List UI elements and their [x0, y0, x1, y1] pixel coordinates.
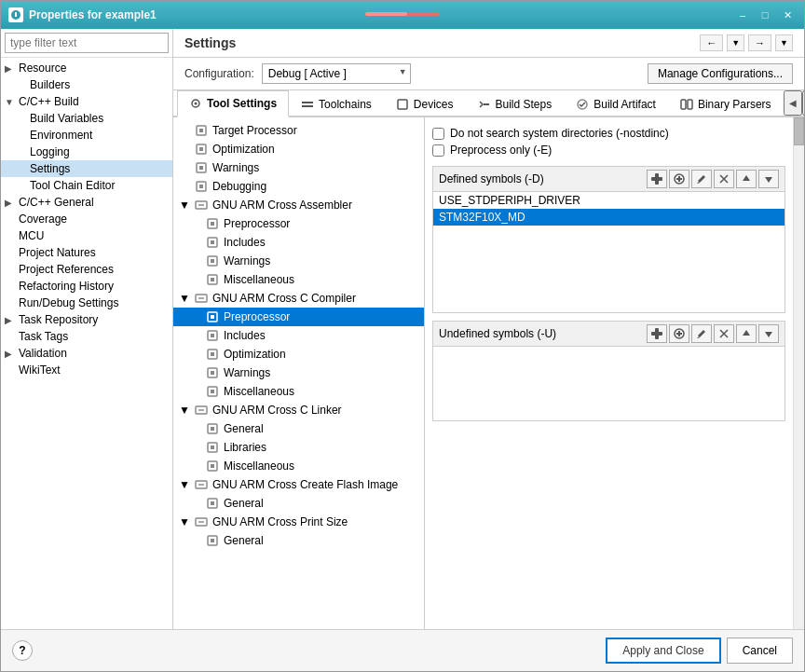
svg-rect-28 — [211, 259, 214, 263]
tp-item-debugging[interactable]: Debugging — [173, 177, 424, 196]
tp-group-gnu-arm-flash[interactable]: ▼ GNU ARM Cross Create Flash Image — [173, 475, 424, 494]
tab-scroll-right[interactable]: ▶ — [802, 90, 804, 116]
filter-wrap — [1, 29, 172, 58]
undefined-move-down-button[interactable] — [758, 324, 779, 343]
add-workspace-icon — [674, 173, 685, 185]
defined-edit-button[interactable] — [691, 170, 712, 188]
tp-group-gnu-arm-c-compiler[interactable]: ▼ GNU ARM Cross C Compiler — [173, 289, 424, 308]
back-dropdown[interactable]: ▼ — [727, 34, 744, 51]
symbol-row-use-stdperiph[interactable]: USE_STDPERIPH_DRIVER — [433, 192, 785, 209]
c-compiler-icon — [194, 291, 209, 306]
sidebar-item-build-variables[interactable]: Build Variables — [1, 110, 172, 127]
sidebar-item-mcu[interactable]: MCU — [1, 227, 172, 244]
tp-item-flash-general[interactable]: General — [173, 494, 424, 513]
undefined-delete-button[interactable] — [714, 324, 734, 343]
sidebar-item-resource[interactable]: ▶ Resource — [1, 60, 172, 76]
tp-item-c-includes[interactable]: Includes — [173, 326, 424, 345]
defined-add-button[interactable] — [647, 170, 667, 188]
svg-rect-36 — [211, 334, 214, 337]
tp-item-target-processor[interactable]: Target Processor — [173, 121, 424, 140]
tp-item-linker-libraries[interactable]: Libraries — [173, 438, 424, 457]
right-scrollbar[interactable] — [793, 117, 804, 629]
devices-icon — [396, 98, 409, 111]
sidebar-item-toolchain-editor[interactable]: Tool Chain Editor — [1, 177, 172, 194]
sidebar-item-cpp-general[interactable]: ▶ C/C++ General — [1, 194, 172, 211]
tp-item-asm-preprocessor[interactable]: Preprocessor — [173, 214, 424, 233]
arrow-icon: ▶ — [5, 349, 16, 359]
defined-add-workspace-button[interactable] — [669, 170, 689, 188]
defined-move-down-button[interactable] — [758, 170, 779, 188]
sidebar-item-run-debug[interactable]: Run/Debug Settings — [1, 295, 172, 311]
tp-item-c-preprocessor[interactable]: Preprocessor — [173, 308, 424, 326]
tab-tool-settings[interactable]: Tool Settings — [177, 90, 289, 117]
tp-item-optimization[interactable]: Optimization — [173, 140, 424, 158]
tp-item-c-warnings[interactable]: Warnings — [173, 363, 424, 382]
sidebar-item-refactoring-history[interactable]: Refactoring History — [1, 278, 172, 295]
forward-dropdown[interactable]: ▼ — [775, 34, 793, 51]
tp-group-gnu-arm-c-linker[interactable]: ▼ GNU ARM Cross C Linker — [173, 401, 424, 419]
defined-move-up-button[interactable] — [736, 170, 757, 188]
undefined-add-workspace-button[interactable] — [669, 324, 689, 343]
undefined-edit-button[interactable] — [691, 324, 712, 343]
tp-group-gnu-arm-assembler[interactable]: ▼ GNU ARM Cross Assembler — [173, 196, 424, 214]
sidebar-item-logging[interactable]: Logging — [1, 144, 172, 160]
sidebar-item-project-references[interactable]: Project References — [1, 261, 172, 278]
svg-rect-1 — [15, 12, 17, 17]
back-button[interactable]: ← — [700, 34, 723, 51]
svg-rect-6 — [302, 102, 313, 103]
sidebar-item-settings[interactable]: Settings — [1, 160, 172, 177]
defined-symbols-list: USE_STDPERIPH_DRIVER STM32F10X_MD — [432, 192, 785, 313]
title-bar-controls: – □ ✕ — [733, 7, 797, 23]
tp-item-warnings[interactable]: Warnings — [173, 158, 424, 177]
tp-item-linker-misc[interactable]: Miscellaneous — [173, 457, 424, 475]
tab-scroll-left[interactable]: ◀ — [784, 90, 802, 116]
tab-build-steps[interactable]: Build Steps — [466, 90, 565, 117]
sidebar-item-task-tags[interactable]: Task Tags — [1, 328, 172, 345]
symbol-row-stm32[interactable]: STM32F10X_MD — [433, 209, 785, 226]
tp-item-asm-warnings[interactable]: Warnings — [173, 252, 424, 270]
tp-item-c-misc[interactable]: Miscellaneous — [173, 382, 424, 401]
config-select[interactable]: Debug [ Active ] — [262, 63, 411, 84]
sidebar-item-environment[interactable]: Environment — [1, 127, 172, 144]
asm-includes-icon — [205, 235, 220, 250]
nosysdir-checkbox[interactable] — [432, 128, 444, 140]
sidebar-item-project-natures[interactable]: Project Natures — [1, 244, 172, 261]
debugging-icon — [194, 179, 209, 194]
sidebar-item-task-repository[interactable]: ▶ Task Repository — [1, 311, 172, 328]
tp-item-linker-general[interactable]: General — [173, 419, 424, 438]
sidebar-item-coverage[interactable]: Coverage — [1, 211, 172, 227]
defined-delete-button[interactable] — [714, 170, 734, 188]
sidebar-item-wikitext[interactable]: WikiText — [1, 362, 172, 378]
sidebar-item-cpp-build[interactable]: ▼ C/C++ Build — [1, 93, 172, 110]
tab-build-artifact[interactable]: Build Artifact — [564, 90, 668, 117]
manage-configurations-button[interactable]: Manage Configurations... — [648, 63, 793, 84]
undefined-add-button[interactable] — [647, 324, 667, 343]
tp-group-gnu-arm-print[interactable]: ▼ GNU ARM Cross Print Size — [173, 513, 424, 531]
tp-item-asm-misc[interactable]: Miscellaneous — [173, 270, 424, 289]
forward-button[interactable]: → — [748, 34, 771, 51]
svg-rect-18 — [199, 166, 203, 170]
minimize-button[interactable]: – — [733, 7, 752, 23]
undefined-move-up-button[interactable] — [736, 324, 757, 343]
assembler-icon — [194, 198, 209, 213]
svg-rect-3 — [365, 12, 407, 16]
cancel-button[interactable]: Cancel — [727, 638, 793, 664]
sidebar-item-builders[interactable]: Builders — [1, 76, 172, 93]
tp-item-asm-includes[interactable]: Includes — [173, 233, 424, 252]
svg-rect-16 — [199, 147, 203, 151]
maximize-button[interactable]: □ — [756, 7, 774, 23]
help-button[interactable]: ? — [12, 640, 33, 661]
tab-binary-parsers[interactable]: Binary Parsers — [668, 90, 784, 117]
sidebar-item-validation[interactable]: ▶ Validation — [1, 345, 172, 362]
config-label: Configuration: — [184, 67, 254, 80]
filter-input[interactable] — [5, 33, 169, 53]
tp-item-print-general[interactable]: General — [173, 531, 424, 550]
close-button[interactable]: ✕ — [778, 7, 797, 23]
preprocess-only-row: Preprocess only (-E) — [432, 142, 785, 158]
tab-toolchains[interactable]: Toolchains — [289, 90, 384, 117]
svg-rect-12 — [688, 100, 692, 109]
tp-item-c-optimization[interactable]: Optimization — [173, 345, 424, 363]
tab-devices[interactable]: Devices — [384, 90, 466, 117]
preprocess-only-checkbox[interactable] — [432, 144, 444, 157]
apply-close-button[interactable]: Apply and Close — [606, 638, 720, 664]
